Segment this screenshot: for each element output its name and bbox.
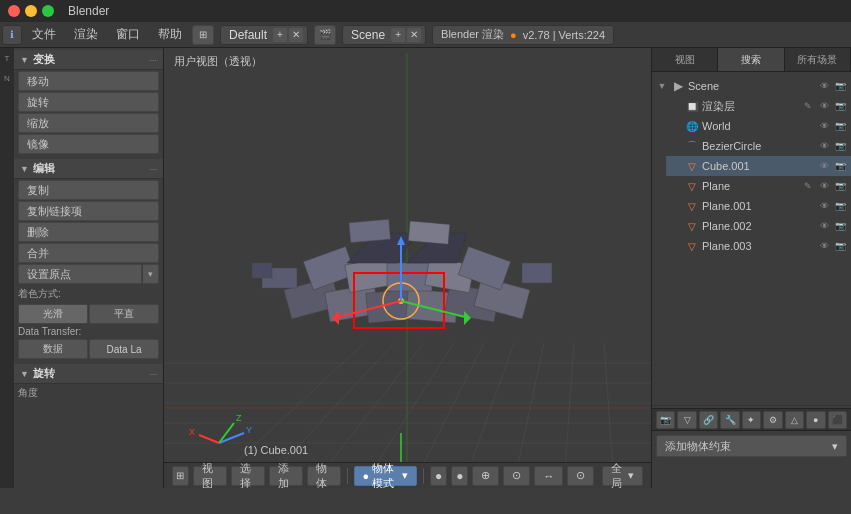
transform-btn[interactable]: ↔ <box>534 466 563 486</box>
status-icon[interactable]: ⊞ <box>172 466 189 486</box>
plane003-label: Plane.003 <box>702 240 815 252</box>
tree-item-cube001[interactable]: ▽ Cube.001 👁 📷 <box>666 156 851 176</box>
render-shading-btn[interactable]: ● <box>451 466 468 486</box>
plane002-render-icon[interactable]: 📷 <box>833 219 847 233</box>
rb-tab-modifier[interactable]: 🔧 <box>720 411 739 429</box>
info-icon[interactable]: ℹ <box>2 25 22 45</box>
side-strip-btn-1[interactable]: T <box>0 48 14 68</box>
titlebar: Blender <box>0 0 851 22</box>
plane003-vis-icon[interactable]: 👁 <box>817 239 831 253</box>
cube001-render-icon[interactable]: 📷 <box>833 159 847 173</box>
mirror-button[interactable]: 镜像 <box>18 134 159 154</box>
scene-icon-btn[interactable]: 🎬 <box>314 25 336 45</box>
flat-button[interactable]: 平直 <box>89 304 159 324</box>
transform-label: 变换 <box>33 52 146 67</box>
tab-all-scenes[interactable]: 所有场景 <box>785 48 851 71</box>
tab-search[interactable]: 搜索 <box>718 48 784 71</box>
tree-item-scene[interactable]: ▼ ▶ Scene 👁 📷 <box>652 76 851 96</box>
rb-tab-material[interactable]: ● <box>806 411 825 429</box>
bezier-actions: 👁 📷 <box>817 139 847 153</box>
global-btn[interactable]: 全局 ▾ <box>602 466 643 486</box>
set-origin-button[interactable]: 设置原点 <box>18 264 142 284</box>
rotate-button[interactable]: 旋转 <box>18 92 159 112</box>
render-layer-vis-icon[interactable]: 👁 <box>817 99 831 113</box>
tree-item-world[interactable]: 🌐 World 👁 📷 <box>666 116 851 136</box>
bezier-vis-icon[interactable]: 👁 <box>817 139 831 153</box>
view-btn[interactable]: 视图 <box>193 466 227 486</box>
menu-file[interactable]: 文件 <box>24 25 64 45</box>
tree-item-render-layer[interactable]: 🔲 渲染层 ✎ 👁 📷 <box>666 96 851 116</box>
rb-tab-data[interactable]: △ <box>785 411 804 429</box>
rotate-header[interactable]: ▼ 旋转 ··· <box>14 364 163 384</box>
rb-tab-physics[interactable]: ⚙ <box>763 411 782 429</box>
mirror-icon-btn[interactable]: ⊙ <box>567 466 594 486</box>
plane-vis-icon[interactable]: 👁 <box>817 179 831 193</box>
world-vis-icon[interactable]: 👁 <box>817 119 831 133</box>
select-btn[interactable]: 选择 <box>231 466 265 486</box>
tree-item-plane003[interactable]: ▽ Plane.003 👁 📷 <box>666 236 851 256</box>
plane001-vis-icon[interactable]: 👁 <box>817 199 831 213</box>
workspace-close-btn[interactable]: ✕ <box>289 28 303 42</box>
plane001-render-icon[interactable]: 📷 <box>833 199 847 213</box>
tree-item-plane002[interactable]: ▽ Plane.002 👁 📷 <box>666 216 851 236</box>
tree-item-plane001[interactable]: ▽ Plane.001 👁 📷 <box>666 196 851 216</box>
tree-item-plane[interactable]: ▽ Plane ✎ 👁 📷 <box>666 176 851 196</box>
scale-button[interactable]: 缩放 <box>18 113 159 133</box>
data-button[interactable]: 数据 <box>18 339 88 359</box>
mode-btn[interactable]: ● 物体模式 ▾ <box>354 466 418 486</box>
plane-edit-icon[interactable]: ✎ <box>801 179 815 193</box>
duplicate-button[interactable]: 复制 <box>18 180 159 200</box>
snap-btn[interactable]: ⊕ <box>472 466 499 486</box>
rb-tab-particles[interactable]: ✦ <box>742 411 761 429</box>
menu-help[interactable]: 帮助 <box>150 25 190 45</box>
svg-text:X: X <box>189 427 195 437</box>
plane002-vis-icon[interactable]: 👁 <box>817 219 831 233</box>
cube001-label: Cube.001 <box>702 160 815 172</box>
blender-render-label: Blender 渲染 <box>441 27 504 42</box>
maximize-button[interactable] <box>42 5 54 17</box>
rb-tab-constraint[interactable]: 🔗 <box>699 411 718 429</box>
add-constraint-dropdown[interactable]: 添加物体约束 ▾ <box>656 435 847 457</box>
tree-item-bezier[interactable]: ⌒ BezierCircle 👁 📷 <box>666 136 851 156</box>
scene-section: Scene + ✕ <box>342 25 426 45</box>
delete-button[interactable]: 删除 <box>18 222 159 242</box>
rb-tab-object[interactable]: ▽ <box>677 411 696 429</box>
transform-header[interactable]: ▼ 变换 ··· <box>14 50 163 70</box>
minimize-button[interactable] <box>25 5 37 17</box>
proportional-btn[interactable]: ⊙ <box>503 466 530 486</box>
object-btn[interactable]: 物体 <box>307 466 341 486</box>
render-layer-edit-icon[interactable]: ✎ <box>801 99 815 113</box>
duplicate-linked-button[interactable]: 复制链接项 <box>18 201 159 221</box>
data-la-button[interactable]: Data La <box>89 339 159 359</box>
viewport[interactable]: 用户视图（透视） <box>164 48 651 488</box>
edit-label: 编辑 <box>33 161 146 176</box>
svg-rect-35 <box>522 263 552 283</box>
add-btn[interactable]: 添加 <box>269 466 303 486</box>
scene-add-btn[interactable]: + <box>391 28 405 42</box>
set-origin-arrow[interactable]: ▾ <box>143 264 159 284</box>
close-button[interactable] <box>8 5 20 17</box>
menu-render[interactable]: 渲染 <box>66 25 106 45</box>
rb-tab-camera[interactable]: 📷 <box>656 411 675 429</box>
scene-render-icon[interactable]: 📷 <box>833 79 847 93</box>
world-render-icon[interactable]: 📷 <box>833 119 847 133</box>
tab-view[interactable]: 视图 <box>652 48 718 71</box>
join-button[interactable]: 合并 <box>18 243 159 263</box>
scene-vis-icon[interactable]: 👁 <box>817 79 831 93</box>
plane003-render-icon[interactable]: 📷 <box>833 239 847 253</box>
cube001-vis-icon[interactable]: 👁 <box>817 159 831 173</box>
render-layer-render-icon[interactable]: 📷 <box>833 99 847 113</box>
plane-render-icon[interactable]: 📷 <box>833 179 847 193</box>
side-strip-btn-2[interactable]: N <box>0 68 14 88</box>
shading-dot-btn[interactable]: ● <box>430 466 447 486</box>
move-button[interactable]: 移动 <box>18 71 159 91</box>
bezier-render-icon[interactable]: 📷 <box>833 139 847 153</box>
edit-header[interactable]: ▼ 编辑 ··· <box>14 159 163 179</box>
render-layer-label: 渲染层 <box>702 99 799 114</box>
layout-icon-btn[interactable]: ⊞ <box>192 25 214 45</box>
menu-window[interactable]: 窗口 <box>108 25 148 45</box>
rb-tab-texture[interactable]: ⬛ <box>828 411 847 429</box>
scene-close-btn[interactable]: ✕ <box>407 28 421 42</box>
smooth-button[interactable]: 光滑 <box>18 304 88 324</box>
workspace-add-btn[interactable]: + <box>273 28 287 42</box>
